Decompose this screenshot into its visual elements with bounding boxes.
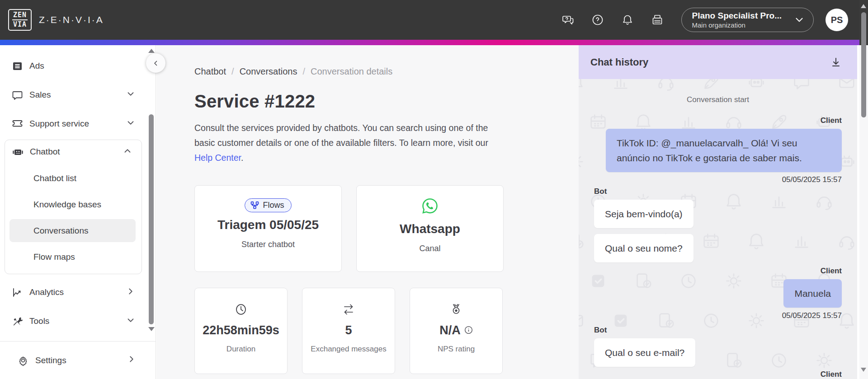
chat-history-panel: Chat history Conversation start Client T…	[579, 45, 857, 379]
tools-icon	[11, 315, 24, 328]
sidebar-item-support-service[interactable]: Support service	[0, 109, 156, 138]
sidebar-subitem-label: Chatbot list	[33, 173, 76, 183]
sidebar-item-chatbot[interactable]: Chatbot	[5, 140, 142, 164]
zenvia-wordmark: Z·E·N·V·I·A	[39, 14, 104, 25]
chatbot-name: Triagem 05/05/25	[217, 218, 319, 232]
user-avatar[interactable]: PS	[826, 9, 848, 31]
sidebar-collapse-button[interactable]	[146, 53, 165, 73]
message-row: TikTok ID: @_manuelacarvalh_ Olá! Vi seu…	[594, 129, 842, 172]
sender-label-client: Client	[594, 370, 842, 379]
sidebar-nav: Ads Sales Support service Chatbot	[0, 45, 156, 336]
scroll-down-arrow[interactable]	[148, 327, 155, 331]
notifications-icon[interactable]	[620, 12, 635, 28]
whatsapp-icon	[420, 197, 439, 215]
chat-body[interactable]: Conversation start Client TikTok ID: @_m…	[579, 79, 857, 379]
message-row: Manuela	[594, 279, 842, 308]
breadcrumb-conversations[interactable]: Conversations	[240, 66, 297, 77]
sidebar-item-tools[interactable]: Tools	[0, 307, 156, 336]
chevron-down-icon	[126, 315, 136, 328]
chat-history-header: Chat history	[579, 45, 857, 79]
organization-subtitle: Main organization	[692, 21, 782, 30]
download-icon	[830, 56, 842, 69]
exchanged-messages-caption: Exchanged messages	[311, 345, 386, 354]
bot-message-bubble: Qual o seu e-mail?	[594, 338, 695, 367]
chevron-down-icon	[126, 89, 136, 101]
duration-value: 22h58min59s	[203, 323, 279, 337]
zenvia-logo-icon[interactable]: ZEN VIA	[8, 9, 32, 31]
logo-top-text: ZEN	[13, 12, 27, 19]
stats-row: 22h58min59s Duration 5 Exchanged message…	[194, 288, 579, 374]
brand-gradient-bar	[0, 40, 868, 45]
chevron-down-icon	[126, 118, 136, 130]
sidebar-item-chatbot-list[interactable]: Chatbot list	[9, 167, 136, 190]
nps-rating-card: N/A NPS rating	[410, 288, 503, 374]
ads-icon	[11, 60, 24, 72]
help-icon[interactable]	[590, 12, 605, 28]
breadcrumb-separator: /	[231, 66, 234, 77]
ticket-icon	[11, 118, 24, 130]
sidebar-subitem-label: Conversations	[33, 226, 88, 236]
organization-selector[interactable]: Plano Specialist Pro... Main organizatio…	[681, 8, 814, 32]
sidebar-subitem-label: Flow maps	[33, 252, 75, 262]
chatbot-group: Chatbot Chatbot list Knowledge bases Con…	[5, 140, 142, 274]
top-header: ZEN VIA Z·E·N·V·I·A Plano Specialist Pro…	[0, 0, 868, 40]
message-row: Qual o seu e-mail?	[594, 338, 842, 367]
sidebar: Ads Sales Support service Chatbot	[0, 45, 156, 379]
conversation-start-label: Conversation start	[594, 95, 842, 104]
chat-messages: Conversation start Client TikTok ID: @_m…	[594, 95, 842, 379]
sidebar-item-flow-maps[interactable]: Flow maps	[9, 245, 136, 268]
channel-name: Whatsapp	[400, 222, 460, 236]
breadcrumb-conversation-details: Conversation details	[311, 66, 392, 77]
channel-card[interactable]: Whatsapp Canal	[356, 185, 504, 272]
exchanged-messages-value: 5	[345, 323, 352, 337]
clock-icon	[234, 302, 248, 317]
description-period: .	[241, 153, 243, 163]
message-row: Qual o seu nome?	[594, 234, 842, 262]
sender-label-client: Client	[594, 267, 842, 276]
logo-bottom-text: VIA	[13, 21, 27, 28]
breadcrumb-separator: /	[302, 66, 305, 77]
chatbot-icon	[12, 146, 24, 158]
sidebar-item-conversations[interactable]: Conversations	[9, 219, 136, 242]
flows-badge-label: Flows	[263, 201, 284, 210]
flows-badge: Flows	[245, 198, 291, 212]
sidebar-item-label: Support service	[29, 119, 126, 129]
info-icon[interactable]	[464, 323, 473, 337]
page-title: Service #1222	[194, 91, 579, 112]
sidebar-item-settings[interactable]: Settings	[0, 341, 156, 379]
avatar-initials: PS	[831, 15, 843, 25]
exchanged-messages-card: 5 Exchanged messages	[302, 288, 395, 374]
sidebar-item-knowledge-bases[interactable]: Knowledge bases	[9, 193, 136, 216]
chatbot-caption: Starter chatbot	[241, 240, 295, 249]
breadcrumb-chatbot[interactable]: Chatbot	[194, 66, 226, 77]
sidebar-scrollbar[interactable]	[148, 45, 155, 341]
scroll-up-arrow[interactable]	[861, 4, 866, 8]
exchange-icon	[341, 302, 356, 317]
sidebar-item-label: Ads	[29, 61, 136, 71]
chevron-left-icon	[152, 59, 160, 67]
client-message-bubble: Manuela	[783, 279, 842, 308]
duration-caption: Duration	[226, 345, 255, 354]
scroll-up-arrow[interactable]	[148, 49, 155, 53]
sidebar-item-label: Chatbot	[30, 147, 123, 157]
download-chat-button[interactable]	[828, 55, 844, 70]
help-center-link[interactable]: Help Center	[194, 153, 241, 163]
flows-icon	[250, 201, 259, 210]
scrollbar-thumb[interactable]	[861, 12, 866, 117]
scrollbar-thumb[interactable]	[149, 114, 154, 324]
main-content: Chatbot / Conversations / Conversation d…	[156, 45, 579, 379]
nps-value: N/A	[439, 323, 461, 337]
sidebar-item-sales[interactable]: Sales	[0, 80, 156, 109]
sidebar-item-label: Analytics	[29, 287, 126, 297]
chevron-right-icon	[126, 286, 136, 299]
sidebar-item-analytics[interactable]: Analytics	[0, 278, 156, 307]
page-scrollbar[interactable]	[859, 0, 868, 379]
sidebar-item-ads[interactable]: Ads	[0, 51, 156, 80]
printer-icon[interactable]	[650, 12, 665, 28]
scroll-down-arrow[interactable]	[861, 368, 866, 372]
chatbot-card[interactable]: Flows Triagem 05/05/25 Starter chatbot	[194, 185, 342, 272]
sender-label-client: Client	[594, 116, 842, 125]
support-chat-icon[interactable]	[560, 12, 576, 28]
sidebar-item-label: Settings	[35, 356, 127, 365]
duration-card: 22h58min59s Duration	[194, 288, 288, 374]
